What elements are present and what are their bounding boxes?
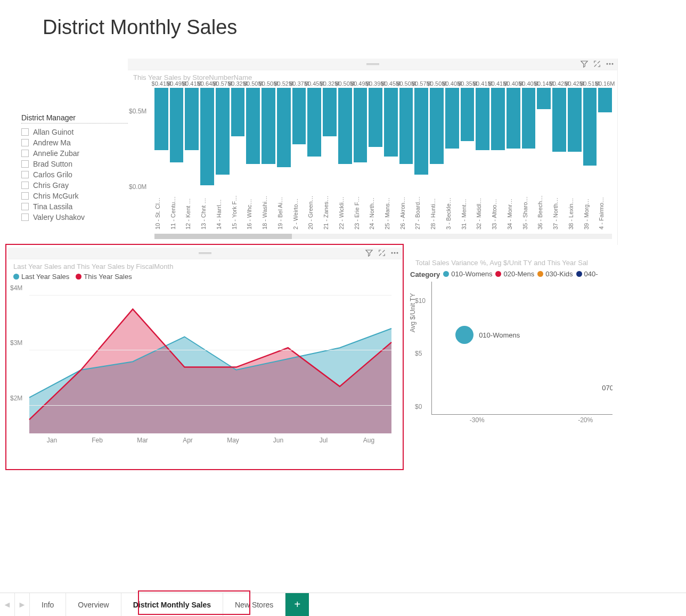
checkbox-icon[interactable] (21, 128, 29, 136)
slicer-item[interactable]: Chris McGurk (21, 191, 128, 201)
checkbox-icon[interactable] (21, 150, 29, 157)
bar[interactable] (583, 88, 597, 166)
scatter-legend[interactable]: Category010-Womens020-Mens030-Kids040- (410, 268, 612, 282)
bar[interactable] (507, 88, 520, 149)
legend-item[interactable]: 020-Mens (495, 270, 534, 278)
slicer-item[interactable]: Brad Sutton (21, 159, 128, 169)
checkbox-icon[interactable] (21, 192, 29, 200)
x-tick-label: 12 - Kent … (185, 194, 199, 232)
y-tick: $3M (10, 339, 22, 347)
bar[interactable] (323, 88, 337, 136)
bar[interactable] (598, 88, 612, 112)
district-manager-slicer[interactable]: District Manager Allan GuinotAndrew MaAn… (21, 113, 128, 223)
tab-new-stores[interactable]: New Stores (223, 593, 285, 616)
x-tick-label: 2 - Weirto… (292, 194, 306, 232)
slicer-item[interactable]: Valery Ushakov (21, 212, 128, 223)
bar[interactable] (231, 88, 245, 136)
legend-item[interactable]: 040- (576, 270, 598, 278)
slicer-item-label: Brad Sutton (33, 160, 72, 168)
slicer-item[interactable]: Andrew Ma (21, 137, 128, 148)
visual-header[interactable] (8, 248, 402, 259)
tab-overview[interactable]: Overview (66, 593, 121, 616)
tab-info[interactable]: Info (30, 593, 66, 616)
filter-icon[interactable] (580, 60, 589, 68)
checkbox-icon[interactable] (21, 203, 29, 210)
bar[interactable] (292, 88, 306, 144)
bar-horizontal-scrollbar[interactable] (154, 234, 612, 239)
bar[interactable] (216, 88, 230, 175)
bar[interactable] (445, 88, 459, 149)
more-options-icon[interactable] (606, 60, 614, 68)
visual-header[interactable] (128, 59, 617, 70)
bar[interactable] (354, 88, 368, 162)
scatter-point-010-womens[interactable] (455, 326, 473, 344)
x-tick-label: 4 - Fairmo… (598, 194, 612, 232)
x-tick-label: 25 - Mans… (384, 194, 398, 232)
bar[interactable] (537, 88, 551, 109)
bar[interactable] (522, 88, 536, 149)
y-tick: $0 (415, 403, 422, 410)
slicer-item[interactable]: Annelie Zubar (21, 148, 128, 159)
x-tick-label: 10 - St. Cl… (154, 194, 168, 232)
new-page-button[interactable]: + (285, 593, 309, 616)
checkbox-icon[interactable] (21, 213, 29, 221)
legend-item[interactable]: 030-Kids (537, 270, 573, 278)
legend-item[interactable]: This Year Sales (76, 273, 132, 281)
bar[interactable] (170, 88, 184, 162)
x-tick-label: 19 - Bel Ai… (277, 194, 291, 232)
x-tick-label: 32 - Middl… (476, 194, 489, 232)
slicer-item[interactable]: Tina Lassila (21, 201, 128, 212)
bar[interactable] (185, 88, 199, 150)
line-chart-visual[interactable]: Last Year Sales and This Year Sales by F… (8, 248, 402, 469)
bar[interactable] (154, 88, 168, 150)
bar[interactable] (277, 88, 291, 167)
bar[interactable] (568, 88, 582, 152)
page-title: District Monthly Sales (43, 16, 654, 39)
bar[interactable] (414, 88, 428, 175)
x-tick-label: 39 - Morg… (583, 194, 597, 232)
bar-chart-visual[interactable]: This Year Sales by StoreNumberName $0.5M… (128, 59, 618, 245)
focus-mode-icon[interactable] (593, 60, 601, 68)
grip-icon[interactable] (199, 252, 211, 254)
y-tick: $0.5M (129, 108, 146, 115)
bar[interactable] (476, 88, 489, 150)
slicer-item[interactable]: Chris Gray (21, 180, 128, 191)
slicer-item[interactable]: Carlos Grilo (21, 169, 128, 180)
filter-icon[interactable] (365, 249, 373, 257)
bar[interactable] (246, 88, 260, 164)
bar[interactable] (552, 88, 566, 152)
x-tick-label: 24 - North… (369, 194, 382, 232)
checkbox-icon[interactable] (21, 182, 29, 189)
scatter-chart-visual[interactable]: Total Sales Variance %, Avg $/Unit TY an… (410, 256, 612, 453)
x-tick-label: 14 - Harrl… (216, 194, 230, 232)
bar[interactable] (399, 88, 413, 164)
checkbox-icon[interactable] (21, 160, 29, 168)
grip-icon[interactable] (366, 63, 379, 65)
tab-district-monthly-sales[interactable]: District Monthly Sales (121, 593, 223, 616)
y-tick: $2M (10, 395, 22, 402)
bar[interactable] (384, 88, 398, 157)
focus-mode-icon[interactable] (378, 249, 386, 257)
bar[interactable] (200, 88, 214, 185)
more-options-icon[interactable] (390, 249, 399, 257)
page-tabs: ◄ ► InfoOverviewDistrict Monthly SalesNe… (0, 593, 686, 616)
scatter-point-label: 070 (602, 384, 612, 392)
bar[interactable] (461, 88, 475, 141)
slicer-item[interactable]: Allan Guinot (21, 127, 128, 137)
checkbox-icon[interactable] (21, 171, 29, 178)
bar[interactable] (262, 88, 275, 164)
legend-item[interactable]: Last Year Sales (13, 273, 69, 281)
bar[interactable] (369, 88, 382, 147)
bar[interactable] (338, 88, 352, 164)
bar[interactable] (430, 88, 444, 164)
x-tick-label: 13 - Chnt … (200, 194, 214, 232)
bar[interactable] (491, 88, 505, 150)
tab-nav-prev[interactable]: ◄ (0, 593, 15, 616)
tab-nav-next[interactable]: ► (15, 593, 30, 616)
x-tick-label: Mar (120, 437, 165, 444)
legend-item[interactable]: 010-Womens (443, 270, 492, 278)
line-chart-legend[interactable]: Last Year SalesThis Year Sales (8, 272, 402, 284)
bar[interactable] (307, 88, 321, 157)
bar-data-label: $0.16M (595, 80, 615, 87)
checkbox-icon[interactable] (21, 139, 29, 146)
